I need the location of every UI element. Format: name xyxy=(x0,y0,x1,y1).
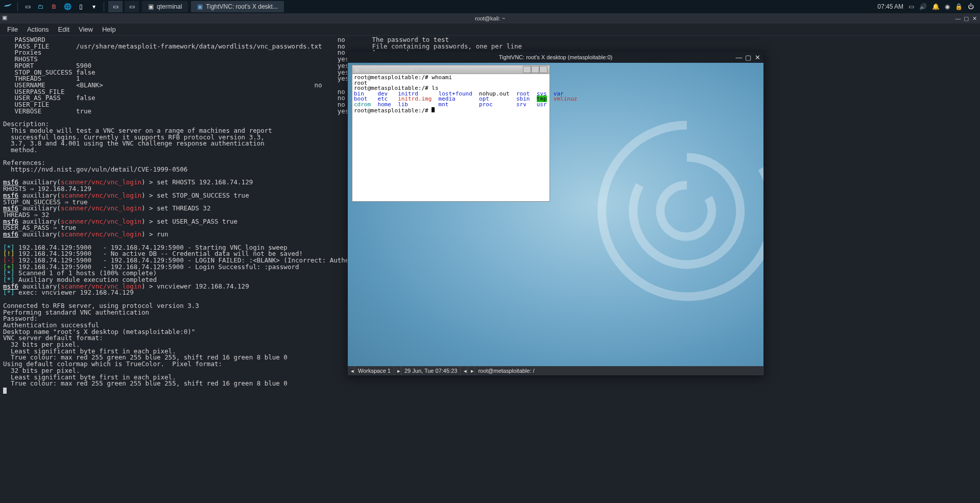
menu-help[interactable]: Help xyxy=(98,24,120,35)
updates-icon[interactable]: ◉ xyxy=(945,3,950,10)
display-icon[interactable]: ▭ xyxy=(909,3,914,10)
workspace-1-icon[interactable]: ▭ xyxy=(108,1,123,12)
panel-right-icons: 07:45 AM ▭ 🔊 🔔 ◉ 🔒 ⏻ xyxy=(877,3,978,10)
notifications-icon[interactable]: 🔔 xyxy=(932,3,940,10)
volume-icon[interactable]: 🔊 xyxy=(919,3,927,10)
maximize-button[interactable]: ▢ xyxy=(963,15,970,22)
remote-terminal-output[interactable]: root@metasploitable:/# whoami root root@… xyxy=(352,74,549,115)
workspace-label[interactable]: Workspace 1 xyxy=(355,366,394,375)
minimize-button[interactable]: — xyxy=(735,54,743,61)
scroll-left-button[interactable]: ◂ xyxy=(461,366,468,375)
terminal-icon[interactable]: ▯ xyxy=(75,1,86,12)
vnc-titlebar[interactable]: TightVNC: root's X desktop (metasploitab… xyxy=(348,52,763,63)
lock-icon[interactable]: 🔒 xyxy=(955,3,963,10)
vnc-remote-desktop[interactable]: ▣ root@metasploitable: / _ □ × root@meta… xyxy=(348,63,763,375)
minimize-button[interactable]: _ xyxy=(523,66,531,73)
maximize-button[interactable]: ▢ xyxy=(744,54,752,61)
close-button[interactable]: × xyxy=(539,66,547,73)
workspace-prev-button[interactable]: ◂ xyxy=(348,366,355,375)
note-icon[interactable]: 🗎 xyxy=(49,1,60,12)
taskbar-item-tightvnc[interactable]: ▣ TightVNC: root's X deskt... xyxy=(191,1,284,12)
remote-taskbar: ◂ Workspace 1 ▸ 29 Jun, Tue 07:45:23 ◂ ▸… xyxy=(348,366,763,375)
show-desktop-icon[interactable]: ▭ xyxy=(22,1,33,12)
vnc-window: TightVNC: root's X desktop (metasploitab… xyxy=(347,51,764,376)
clock[interactable]: 07:45 AM xyxy=(877,3,903,10)
workspace-next-button[interactable]: ▸ xyxy=(394,366,401,375)
scroll-right-button[interactable]: ▸ xyxy=(468,366,475,375)
browser-icon[interactable]: 🌐 xyxy=(62,1,73,12)
taskbar-app[interactable]: root@metasploitable: / xyxy=(475,366,763,375)
remote-terminal-window: ▣ root@metasploitable: / _ □ × root@meta… xyxy=(352,65,550,202)
kali-menu-icon[interactable] xyxy=(2,1,13,12)
taskbar-clock[interactable]: 29 Jun, Tue 07:45:23 xyxy=(401,366,461,375)
top-panel: ▭ 🗀 🗎 🌐 ▯ ▾ ▭ ▭ ▣ qterminal ▣ TightVNC: … xyxy=(0,0,980,13)
menu-view[interactable]: View xyxy=(75,24,97,35)
terminal-titlebar[interactable]: ▣ root@kali: ~ — ▢ ✕ xyxy=(0,13,980,23)
vnc-window-title: TightVNC: root's X desktop (metasploitab… xyxy=(499,54,612,60)
remote-terminal-titlebar[interactable]: ▣ root@metasploitable: / _ □ × xyxy=(352,65,549,74)
window-title: root@kali: ~ xyxy=(475,15,505,21)
menu-file[interactable]: File xyxy=(3,24,22,35)
close-button[interactable]: ✕ xyxy=(753,54,761,61)
vnc-small-icon: ▣ xyxy=(197,3,203,10)
power-icon[interactable]: ⏻ xyxy=(968,3,974,10)
maximize-button[interactable]: □ xyxy=(531,66,539,73)
panel-left-icons: ▭ 🗀 🗎 🌐 ▯ ▾ ▭ ▭ xyxy=(2,1,139,12)
terminal-menubar: File Actions Edit View Help xyxy=(0,23,980,36)
window-icon: ▣ xyxy=(2,14,7,21)
separator xyxy=(17,2,18,11)
taskbar-item-qterminal[interactable]: ▣ qterminal xyxy=(142,1,188,12)
files-icon[interactable]: 🗀 xyxy=(35,1,46,12)
menu-actions[interactable]: Actions xyxy=(23,24,53,35)
task-label: qterminal xyxy=(157,3,182,10)
dropdown-icon[interactable]: ▾ xyxy=(88,1,100,12)
terminal-small-icon: ▣ xyxy=(354,67,360,73)
task-label: TightVNC: root's X deskt... xyxy=(206,3,278,10)
workspace-2-icon[interactable]: ▭ xyxy=(125,1,139,12)
separator xyxy=(104,2,104,11)
terminal-small-icon: ▣ xyxy=(148,3,154,10)
minimize-button[interactable]: — xyxy=(954,15,962,22)
close-button[interactable]: ✕ xyxy=(971,15,978,22)
debian-logo-icon xyxy=(580,104,763,318)
remote-terminal-title: root@metasploitable: / xyxy=(362,67,418,73)
menu-edit[interactable]: Edit xyxy=(54,24,74,35)
